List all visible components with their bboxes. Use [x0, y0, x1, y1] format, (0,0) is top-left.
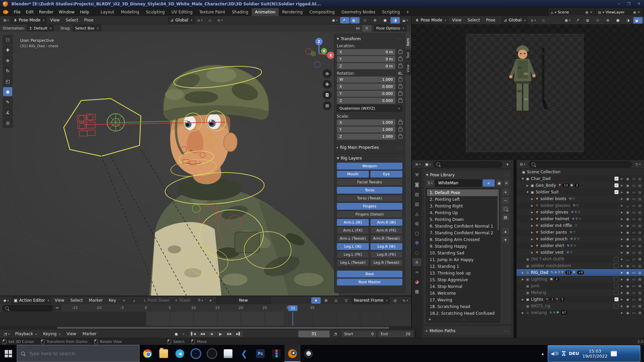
timeline-channel-area[interactable]: [0, 312, 411, 326]
viewport-disable-icon[interactable]: ▭: [631, 237, 637, 241]
playhead-line[interactable]: [292, 312, 293, 326]
motion-paths-panel[interactable]: ▸ Motion Paths ::::: [424, 326, 512, 336]
render-disable-icon[interactable]: ◎: [637, 177, 643, 181]
viewport-disable-icon[interactable]: ▭: [631, 271, 637, 275]
proportional-icon[interactable]: ◎: [390, 297, 400, 304]
rig-layer-arm-l-ik[interactable]: Arm.L (IK): [337, 219, 369, 226]
pose-item[interactable]: 3. Pointing Right: [427, 203, 499, 209]
selectable-icon[interactable]: ➤: [619, 210, 625, 214]
tab-physics[interactable]: ◌: [413, 248, 421, 256]
remove-pose-button[interactable]: −: [501, 197, 509, 204]
collection-checkbox[interactable]: [614, 284, 619, 288]
expander-icon[interactable]: ▶: [525, 184, 530, 187]
shading-wireframe-icon[interactable]: ⊕: [603, 17, 612, 23]
taskbar-app-photoshop[interactable]: Ps: [252, 345, 268, 362]
mirror-x-toggle[interactable]: X: [362, 25, 372, 32]
outliner-row[interactable]: ▶⋔metarig⋔⋔✥67➤◉▭⊠: [517, 309, 644, 316]
viewport-disable-icon[interactable]: ▭: [631, 304, 637, 308]
rig-layer-eye[interactable]: Eye: [370, 171, 402, 178]
selectable-icon[interactable]: ➤: [619, 311, 625, 315]
outliner-row[interactable]: ▣Metarig➤◉▭◎: [517, 289, 644, 296]
outliner-row[interactable]: ▣Scene Collection: [517, 169, 644, 175]
lock-icon[interactable]: [398, 135, 402, 138]
selectable-icon[interactable]: ➤: [619, 298, 625, 301]
selectable-icon[interactable]: ➤: [619, 251, 625, 254]
mode-dropdown[interactable]: ⋔Pose Mode▾: [11, 17, 47, 24]
taskbar-app-blender-active[interactable]: [284, 345, 301, 362]
outliner-row[interactable]: ▼▣Soldier Suit✓➤◉▭◎: [517, 189, 644, 195]
pose-item[interactable]: 4. Pointing Up: [427, 209, 499, 216]
collection-checkbox[interactable]: [614, 290, 619, 295]
pose-library-header[interactable]: ▼Pose Library::::: [426, 172, 509, 178]
shading-rendered-icon[interactable]: ◒▾: [400, 17, 410, 23]
viewport-disable-icon[interactable]: ▭: [631, 197, 637, 201]
tab-modifiers[interactable]: ⚙: [413, 239, 421, 247]
selectable-icon[interactable]: ➤: [619, 197, 625, 201]
playhead-frame-badge[interactable]: 31: [288, 305, 298, 311]
viewport-disable-icon[interactable]: ▭: [631, 284, 637, 288]
lock-icon[interactable]: [398, 99, 402, 103]
drag-dropdown[interactable]: Select Box▾: [73, 25, 101, 32]
rotation-mode-dropdown[interactable]: Quaternion (WXYZ)▾: [337, 105, 402, 112]
outliner-row[interactable]: ▣WGTS_rig➤◉▭⊠: [517, 303, 644, 309]
selectable-icon[interactable]: ➤: [619, 271, 625, 275]
tab-texture[interactable]: ▦: [413, 287, 421, 295]
tab-object-data[interactable]: ⋔: [413, 258, 421, 266]
hide-icon[interactable]: ◉: [625, 197, 631, 201]
collection-checkbox[interactable]: ✓: [614, 177, 619, 181]
rig-main-properties-panel[interactable]: ▸Rig Main Properties::::: [337, 144, 402, 151]
render-disable-icon[interactable]: ⊠: [637, 298, 643, 301]
render-disable-icon[interactable]: ◎: [637, 237, 643, 241]
move-pose-up-button[interactable]: ▴: [501, 228, 509, 235]
menu-render[interactable]: Render: [36, 8, 56, 16]
zoom-icon[interactable]: ⊕: [323, 69, 332, 78]
viewport-disable-icon[interactable]: ▭: [631, 231, 637, 234]
shading-material-icon[interactable]: ◑: [623, 17, 633, 23]
expander-icon[interactable]: ▶: [530, 197, 534, 200]
filter-icon[interactable]: ▾: [503, 161, 512, 168]
render-disable-icon[interactable]: ◎: [637, 271, 643, 275]
search-pose-button[interactable]: [501, 205, 509, 213]
next-keyframe-button[interactable]: ▶▶: [225, 331, 234, 337]
pose-item[interactable]: 18.2. Scratching Head Confused: [427, 310, 499, 317]
location-x-field[interactable]: X0 m: [337, 49, 395, 55]
outliner-row[interactable]: ▣Junk➤◉▭⊠: [517, 283, 644, 289]
expander-icon[interactable]: ▶: [521, 298, 525, 301]
outliner-row[interactable]: ▶▼soldier shirt⚒⠿▽➤◉▭◎: [517, 242, 644, 249]
outliner-row[interactable]: ▶▼soldier m4 riffle▽➤◉▭◎: [517, 222, 644, 229]
push-down-button[interactable]: ↓ Push Down: [143, 298, 170, 303]
pose-item[interactable]: 2. Pointing Left: [427, 196, 499, 203]
render-disable-icon[interactable]: ⊠: [637, 304, 643, 308]
selectable-icon[interactable]: ➤: [619, 257, 625, 261]
shading-solid-icon[interactable]: ●: [380, 17, 390, 23]
tool-extra[interactable]: ◎: [3, 118, 13, 128]
auto-keying-dropdown[interactable]: ▾: [183, 333, 184, 336]
ds-menu-marker[interactable]: Marker: [86, 296, 105, 304]
keyframe-interp-icon[interactable]: ∿▾: [400, 297, 410, 304]
tab-sculpting[interactable]: Sculpting: [143, 8, 168, 16]
only-selected-icon[interactable]: ➤: [311, 297, 321, 304]
dropbox-icon[interactable]: ◆◆◆◆◆: [562, 351, 566, 356]
taskbar-clock[interactable]: 15:03 19/07/2022: [582, 349, 607, 359]
expander-icon[interactable]: ▶: [530, 218, 534, 221]
unlink-icon[interactable]: ✕: [503, 179, 509, 187]
jump-to-start-button[interactable]: ▌◀: [189, 331, 198, 337]
taskbar-app-vscode[interactable]: ❮: [236, 345, 252, 362]
mode-dropdown[interactable]: ⋔Pose Mode▾: [413, 17, 448, 24]
timeline-editor-icon[interactable]: ◔▾: [2, 331, 11, 337]
hide-icon[interactable]: ◉: [625, 311, 631, 315]
viewlayer-selector[interactable]: ▤▾ ViewLayer ▣✕: [596, 9, 642, 16]
scale-y-field[interactable]: Y1.000: [337, 126, 395, 133]
show-gizmo-icon[interactable]: ◉▾: [563, 17, 572, 23]
render-disable-icon[interactable]: ⊠: [637, 257, 643, 261]
tab-geometry-nodes[interactable]: Geometry Nodes: [338, 8, 379, 16]
tab-view-layer[interactable]: ▧: [413, 200, 421, 208]
rig-layer-fingers[interactable]: Fingers: [337, 203, 402, 210]
rig-layer-torso-tweak[interactable]: Torso (Tweak): [337, 195, 402, 202]
menu-help[interactable]: Help: [77, 8, 92, 16]
add-action-icon[interactable]: +: [206, 297, 215, 304]
new-scene-icon[interactable]: ▣: [585, 10, 588, 14]
secondary-3d-viewport[interactable]: ⋔Pose Mode▾ View Select Pose ⊿Global▾ ∪▾…: [412, 16, 644, 161]
rig-layer-arm-r-tweak[interactable]: Arm.R (Tweak): [370, 235, 402, 242]
play-reverse-button[interactable]: ◀: [207, 331, 216, 337]
